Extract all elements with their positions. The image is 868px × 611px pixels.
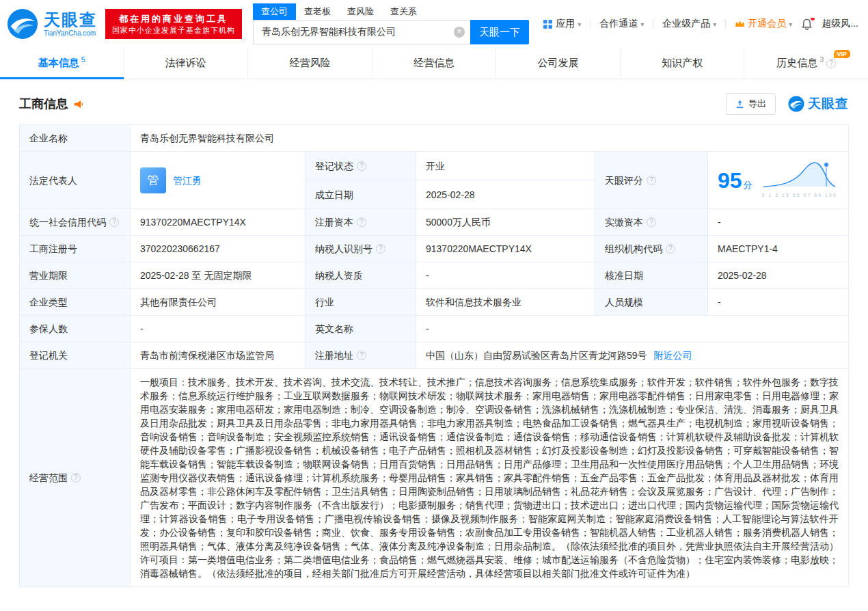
table-row: 营业期限 2025-02-28 至 无固定期限 纳税人资质 - 核准日期 202… (20, 262, 849, 289)
tab-count-badge: 5 (81, 55, 85, 64)
taxpayer-quality-label: 纳税人资质 (306, 262, 416, 289)
brand-logo[interactable]: 天眼查 TianYanCha.com (7, 8, 97, 40)
legal-rep-link[interactable]: 管江勇 (173, 174, 202, 187)
chevron-down-icon: ▾ (713, 21, 716, 28)
industry-value: 软件和信息技术服务业 (416, 289, 595, 316)
approval-date-value: 2025-02-28 (708, 262, 849, 289)
industry-label: 行业 (306, 289, 416, 316)
help-icon[interactable]: ? (357, 351, 366, 360)
nav-separator (725, 19, 726, 29)
help-icon[interactable]: ? (647, 217, 656, 227)
legal-rep-avatar[interactable]: 管 (140, 167, 166, 193)
clear-icon[interactable]: × (454, 27, 465, 38)
export-label: 导出 (748, 98, 766, 110)
section-header: 工商信息 导出 天眼查 (19, 93, 849, 115)
score-value: 95 (718, 168, 742, 193)
section-title: 工商信息 (19, 96, 68, 112)
brand-watermark-name: 天眼查 (808, 95, 849, 113)
nav-separator (590, 19, 591, 29)
reg-capital-value: 50000万人民币 (416, 209, 595, 236)
nav-super-risk[interactable]: 超级风... (822, 18, 858, 30)
help-icon[interactable]: ? (109, 217, 119, 227)
search-tab-relation[interactable]: 查关系 (382, 3, 425, 20)
tab-label: 历史信息 (776, 57, 817, 70)
insured-value: - (131, 316, 306, 342)
staff-size-value: - (708, 289, 849, 316)
nav-cooperation[interactable]: 合作通道 ▾ (599, 18, 644, 30)
tab-label: 知识产权 (662, 57, 703, 70)
top-bar: 天眼查 TianYanCha.com 都在用的商业查询工具 国家中小企业发展子基… (0, 0, 868, 48)
help-icon[interactable]: ? (71, 473, 81, 483)
tab-label: 经营信息 (413, 57, 455, 70)
search-input-wrap: × (253, 20, 470, 44)
credit-code-value: 91370220MAECTPY14X (131, 209, 306, 236)
help-icon[interactable]: ? (376, 244, 385, 254)
company-type-value: 其他有限责任公司 (131, 289, 306, 316)
nav-enterprise-label: 企业级产品 (662, 18, 710, 30)
paid-capital-label: 实缴资本? (595, 209, 708, 236)
tianyancha-logo-icon (7, 8, 38, 40)
score-chart: 0 1 3 15 55 97 99 100 (762, 158, 837, 202)
table-row: 登记机关 青岛市前湾保税港区市场监管局 注册地址? 中国（山东）自由贸易试验区青… (20, 342, 849, 369)
reg-number-label: 工商注册号 (20, 236, 131, 262)
tab-label: 公司发展 (538, 57, 579, 70)
english-name-value: - (416, 316, 849, 342)
export-button[interactable]: 导出 (726, 93, 776, 115)
tab-history-info[interactable]: VIP 历史信息 3 ? (744, 48, 868, 79)
tab-intellectual-property[interactable]: 知识产权 (621, 48, 745, 79)
score-chart-ticks: 0 1 3 15 55 97 99 100 (762, 189, 837, 202)
nav-separator (653, 19, 653, 29)
insured-label: 参保人数 (20, 316, 131, 342)
tab-label: 经营风险 (289, 57, 330, 70)
tab-operation-risk[interactable]: 经营风险 (248, 48, 372, 79)
score-unit: 分 (744, 180, 752, 190)
table-row: 工商注册号 370220230662167 纳税人识别号? 91370220MA… (20, 236, 849, 262)
search-input[interactable] (254, 21, 470, 44)
tab-basic-info[interactable]: 基本信息 5 (0, 48, 124, 79)
reg-status-value: 开业 (416, 152, 595, 180)
tab-label: 法律诉讼 (165, 57, 206, 70)
export-icon (735, 100, 744, 109)
notifications-button[interactable] (801, 18, 813, 30)
tab-legal-proceedings[interactable]: 法律诉讼 (124, 48, 249, 79)
table-row: 法定代表人 管 管江勇 登记状态? 开业 天眼评分? 95分 (20, 152, 849, 180)
tianyancha-logo-icon (788, 96, 804, 112)
tab-company-development[interactable]: 公司发展 (496, 48, 621, 79)
nav-open-vip[interactable]: 开通会员 ▾ (735, 18, 792, 30)
nav-enterprise-products[interactable]: 企业级产品 ▾ (662, 18, 716, 30)
reg-number-value: 370220230662167 (131, 236, 306, 262)
search-tab-risk[interactable]: 查风险 (339, 3, 382, 20)
grid-icon (543, 19, 553, 29)
taxpayer-id-value: 91370220MAECTPY14X (416, 236, 595, 262)
table-row: 企业类型 其他有限责任公司 行业 软件和信息技术服务业 人员规模 - (20, 289, 849, 316)
reg-authority-value: 青岛市前湾保税港区市场监管局 (131, 342, 306, 369)
notification-dot (811, 18, 815, 21)
search-tabs: 查公司 查老板 查风险 查关系 (253, 3, 529, 20)
brand-slogan: 都在用的商业查询工具 国家中小企业发展子基金旗下机构 (105, 9, 242, 40)
chevron-down-icon: ▾ (578, 21, 581, 28)
help-icon[interactable]: ? (357, 217, 366, 227)
help-icon[interactable]: ? (357, 161, 366, 171)
help-icon[interactable]: ? (826, 59, 836, 68)
taxpayer-quality-value: - (416, 262, 595, 289)
business-scope-value: 一般项目：技术服务、技术开发、技术咨询、技术交流、技术转让、技术推广；信息技术咨… (131, 369, 849, 587)
nav-apps[interactable]: 应用 ▾ (543, 18, 581, 30)
help-icon[interactable]: ? (666, 244, 675, 254)
org-code-label: 组织机构代码? (595, 236, 708, 262)
search-button[interactable]: 天眼一下 (470, 20, 529, 44)
search-tab-company[interactable]: 查公司 (253, 3, 296, 20)
company-type-label: 企业类型 (20, 289, 131, 316)
crown-icon (735, 20, 745, 28)
search-tab-boss[interactable]: 查老板 (296, 3, 339, 20)
address-label: 注册地址? (306, 342, 416, 369)
nearby-companies-link[interactable]: 附近公司 (654, 349, 692, 362)
company-tabbar: 基本信息 5 法律诉讼 经营风险 经营信息 公司发展 知识产权 VIP 历史信息… (0, 48, 868, 79)
company-name-label: 企业名称 (20, 125, 131, 152)
help-icon[interactable]: ? (647, 176, 656, 185)
org-code-value: MAECTPY1-4 (708, 236, 849, 262)
tab-operation-info[interactable]: 经营信息 (372, 48, 497, 79)
tab-label: 基本信息 (38, 57, 79, 70)
nav-cooperation-label: 合作通道 (599, 18, 638, 30)
staff-size-label: 人员规模 (595, 289, 708, 316)
megaphone-icon (73, 99, 83, 109)
